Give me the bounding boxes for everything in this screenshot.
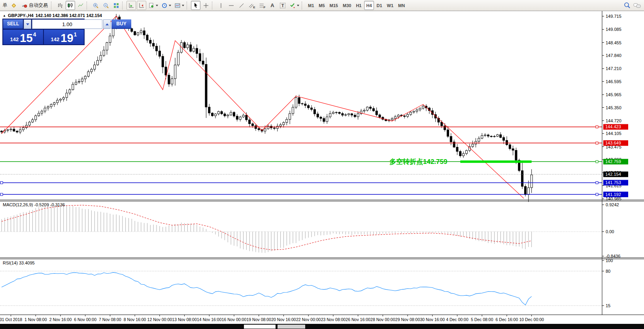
text-tool-button[interactable]: A [268,1,277,10]
sell-price-sup: 4 [33,31,36,38]
timeframe-h1[interactable]: H1 [354,1,363,10]
chart-canvas[interactable]: 149.715149.085148.455147.840147.210146.5… [0,11,644,329]
buy-price-big: 19 [60,33,73,43]
bottom-bar-segment [244,325,276,329]
timeframe-mn[interactable]: MN [396,1,407,10]
new-order-label: 单 [3,2,8,9]
buy-price-display[interactable]: 142191 [44,30,84,44]
zoom-out-button[interactable] [101,1,111,10]
dropdown-arrow-icon [297,5,299,6]
triangle-up-icon [106,23,109,25]
indicators-button[interactable] [147,1,159,10]
svg-text:100: 100 [606,258,613,263]
svg-text:0.9242: 0.9242 [606,202,619,207]
collapse-arrow-icon[interactable]: ▲ [3,14,6,17]
dropdown-arrow-icon [182,5,184,6]
auto-scroll-button[interactable] [127,1,136,10]
zoom-in-button[interactable] [91,1,100,10]
fibonacci-button[interactable]: F [257,1,267,10]
tile-windows-button[interactable] [111,1,121,10]
new-order-button[interactable]: 单 [0,1,8,10]
volume-input[interactable] [32,19,102,29]
svg-text:19 Nov 08:00: 19 Nov 08:00 [246,317,271,322]
timeframe-w1[interactable]: W1 [385,1,396,10]
chart-shift-button[interactable] [137,1,146,10]
bottom-bar-segment [278,325,305,329]
autotrading-icon [21,2,28,9]
svg-text:141.753: 141.753 [605,180,621,185]
templates-button[interactable] [173,1,185,10]
volume-decrease-button[interactable] [24,19,31,29]
dropdown-arrow-icon [156,5,158,6]
symbol-title: GBPJPY-,H4 [8,13,34,18]
candlestick-chart-button[interactable] [66,1,75,10]
toolbar-separator [51,2,53,10]
timeframe-m1[interactable]: M1 [306,1,316,10]
sell-price-display[interactable]: 142154 [3,30,43,44]
auto-scroll-icon [128,2,134,9]
volume-increase-button[interactable] [103,19,111,29]
crosshair-icon [203,2,209,9]
svg-text:141.192: 141.192 [605,192,621,197]
buy-price-sup: 1 [74,31,77,38]
timeframe-m30[interactable]: M30 [341,1,353,10]
svg-text:143.649: 143.649 [605,141,621,145]
clock-icon [161,2,168,9]
chart-shift-icon [138,2,145,9]
svg-text:145.350: 145.350 [606,105,621,110]
periods-button[interactable] [160,1,172,10]
line-chart-button[interactable] [76,1,85,10]
svg-text:15: 15 [606,303,610,308]
text-label-icon: T [280,3,286,8]
template-icon [174,2,181,9]
search-button[interactable] [622,1,632,10]
buy-button[interactable]: BUY [111,19,131,29]
chat-button[interactable] [633,1,642,10]
gold-icon [11,2,17,9]
toolbar-separator [87,2,89,10]
channel-letter: E [253,6,255,9]
sell-button[interactable]: SELL [3,19,23,29]
svg-text:144.105: 144.105 [606,131,621,136]
text-label-button[interactable]: T [278,1,287,10]
turning-point-annotation[interactable]: 多空转折点142.759 [389,157,447,166]
chart-window: 149.715149.085148.455147.840147.210146.5… [0,11,644,329]
toolbar-separator [187,2,189,10]
buy-price-prefix: 142 [51,36,60,43]
svg-text:7 Nov 08:00: 7 Nov 08:00 [99,317,121,322]
zoom-in-icon [93,2,99,9]
vertical-line-button[interactable] [216,1,226,10]
toolbar-separator [302,2,304,10]
candlestick-icon [67,2,74,9]
cursor-button[interactable] [191,1,200,10]
svg-text:146.595: 146.595 [606,79,621,84]
svg-text:148.455: 148.455 [606,40,621,45]
svg-text:6 Dec 16:00: 6 Dec 16:00 [496,317,518,322]
gold-button[interactable] [9,1,19,10]
autotrading-button[interactable]: 自动交易 [19,1,50,10]
svg-text:14 Nov 16:00: 14 Nov 16:00 [197,317,222,322]
trendline-button[interactable] [237,1,246,10]
text-tool-icon: A [270,2,274,8]
svg-text:147.210: 147.210 [606,66,621,71]
svg-text:23 Nov 08:00: 23 Nov 08:00 [321,317,346,322]
svg-text:144.423: 144.423 [605,124,621,129]
channel-button[interactable]: E [247,1,257,10]
bar-chart-button[interactable] [55,1,65,10]
svg-text:8 Nov 16:00: 8 Nov 16:00 [124,317,146,322]
timeframe-d1[interactable]: D1 [375,1,384,10]
timeframe-m15[interactable]: M15 [328,1,340,10]
svg-text:28 Nov 00:00: 28 Nov 00:00 [370,317,395,322]
svg-text:5 Dec 08:00: 5 Dec 08:00 [471,317,493,322]
timeframe-m5[interactable]: M5 [317,1,327,10]
svg-text:4 Dec 00:00: 4 Dec 00:00 [446,317,468,322]
timeframe-h4[interactable]: H4 [364,1,374,10]
svg-text:13 Nov 08:00: 13 Nov 08:00 [172,317,197,322]
rsi-indicator-label: RSI(14) 33.4095 [3,261,35,265]
crosshair-button[interactable] [201,1,211,10]
svg-text:1 Nov 08:00: 1 Nov 08:00 [25,317,47,322]
triangle-down-icon [26,23,29,25]
horizontal-line-button[interactable] [227,1,236,10]
svg-text:31 Oct 2018: 31 Oct 2018 [0,317,22,322]
arrows-button[interactable] [288,1,300,10]
